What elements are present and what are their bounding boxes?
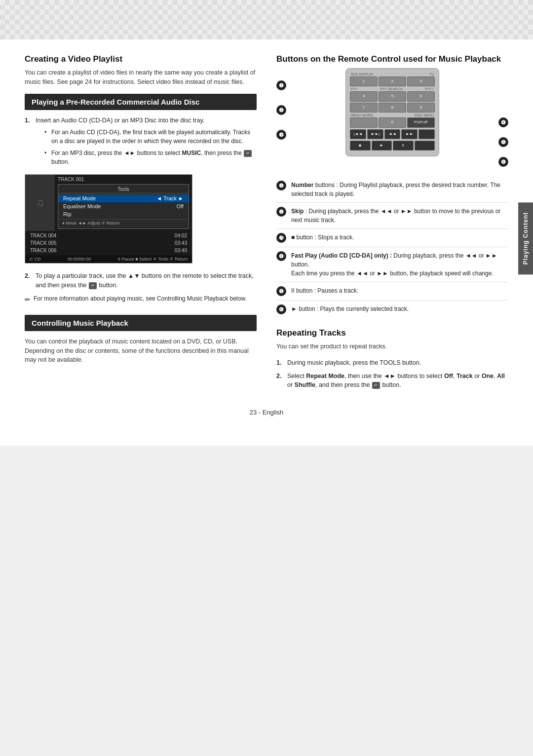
rb-8: 8: [379, 103, 406, 113]
track-list: TRACK 004 04:02 TRACK 005 03:43 TRACK 00…: [25, 231, 192, 255]
label-menu-word: MENU WORD: [351, 113, 373, 117]
callout-desc-3: ❸ ■ button : Stops a track.: [276, 229, 508, 247]
side-tab: Playing Content: [518, 202, 533, 274]
menu-item-equaliser: Equaliser Mode Off: [58, 202, 189, 210]
track-time-2: 03:43: [175, 240, 187, 246]
video-playlist-title: Creating a Video Playlist: [25, 54, 257, 64]
decorative-banner: [0, 0, 533, 39]
menu-val-repeat: ◄ Track ►: [156, 195, 184, 201]
remote-title-text: Buttons on the Remote Control used for M…: [276, 54, 501, 64]
label-rds: RDS DISPLAY: [351, 73, 374, 76]
rb-fwd: ►►: [401, 129, 418, 139]
note-line: ✏ For more information about playing mus…: [25, 294, 257, 305]
callout-text-4: Fast Play (Audio CD [CD-DA] only) : Duri…: [291, 251, 508, 278]
rb-play: ►: [372, 141, 392, 151]
rb-empty2: [415, 141, 435, 151]
callout-circle-4: ❹: [276, 251, 286, 261]
repeating-step2-text: Select Repeat Mode, then use the ◄► butt…: [287, 372, 508, 390]
rb-0: 0: [379, 117, 406, 127]
callout-desc-2: ❷ Skip : During playback, press the ◄◄ o…: [276, 203, 508, 229]
controlling-music-body: You can control the playback of music co…: [25, 337, 257, 365]
menu-item-rip: Rip: [58, 210, 189, 218]
repeating-step1: 1. During music playback, press the TOOL…: [276, 358, 508, 368]
callout-text-6: ► button : Plays the currently selected …: [291, 304, 409, 313]
remote-label-row2: PTY PTY SEARCH PTY+: [350, 87, 435, 91]
section-remote: Buttons on the Remote Control used for M…: [276, 54, 508, 318]
label-disc-menu: DISC MENU: [415, 113, 434, 117]
callout-4: ❹: [498, 117, 508, 127]
rb-popup: POPUP: [407, 117, 435, 127]
track-item-2: TRACK 005 03:43: [28, 239, 189, 247]
track-name: TRACK 001: [58, 177, 189, 182]
rb-prev: |◄◄: [350, 129, 366, 139]
controlling-music-title: Controlling Music Playback: [25, 315, 257, 331]
nav-bar: ♦ Move ◄► Adjust ↺ Return: [58, 219, 189, 227]
video-playlist-body: You can create a playlist of video files…: [25, 68, 257, 87]
label-pty-search: PTY SEARCH: [381, 87, 403, 91]
track-name-2: TRACK 005: [30, 240, 56, 246]
remote-control: RDS DISPLAY TV 1 2 3 PTY PTY SEARCH PTY+: [345, 68, 439, 156]
callout-circle-2: ❷: [276, 207, 286, 217]
tools-menu: Tools Repeat Mode ◄ Track ► Equaliser Mo…: [58, 184, 189, 229]
rb-rew: ◄◄: [384, 129, 401, 139]
track-time-1: 04:02: [175, 233, 187, 238]
note-text: For more information about playing music…: [34, 294, 247, 303]
enter-icon-3: ↵: [372, 382, 380, 389]
step1-content: Insert an Audio CD (CD-DA) or an MP3 Dis…: [36, 116, 257, 170]
track-name-1: TRACK 004: [30, 233, 56, 238]
callout-circle-1: ❶: [276, 181, 286, 190]
remote-label-row3: MENU WORD DISC MENU: [350, 113, 435, 117]
callout-desc-6: ❻ ► button : Plays the currently selecte…: [276, 301, 508, 318]
step-number-1: 1.: [25, 116, 33, 170]
track-name-3: TRACK 006: [30, 248, 56, 253]
menu-label-repeat: Repeat Mode: [63, 195, 96, 201]
remote-label-row-top: RDS DISPLAY TV: [350, 73, 435, 76]
label-tv: TV: [429, 73, 434, 76]
enter-icon-2: ↵: [89, 282, 97, 289]
rb-blank: [350, 117, 378, 127]
enter-icon: ↵: [244, 150, 252, 157]
callout-3: ❸: [276, 130, 286, 140]
album-art: ♫: [25, 175, 55, 231]
rb-pause: II: [393, 141, 414, 151]
remote-transport: |◄◄ ►►| ◄◄ ►►: [350, 129, 435, 139]
callout-desc-1: ❶ Number buttons : During Playlist playb…: [276, 177, 508, 203]
menu-item-repeat: Repeat Mode ◄ Track ►: [58, 194, 189, 202]
bottom-bar: ⊙ CD 00:00/00:00 II Pause ■ Select ✕ Too…: [25, 255, 192, 263]
repeating-steps: 1. During music playback, press the TOOL…: [276, 358, 508, 390]
step-number-2: 2.: [25, 271, 33, 290]
label-pty-plus: PTY+: [425, 87, 434, 91]
left-column: Creating a Video Playlist You can create…: [25, 54, 257, 394]
track-time-3: 03:40: [175, 248, 187, 253]
audio-disc-title: Playing a Pre-Recorded Commercial Audio …: [25, 94, 257, 110]
audio-disc-step1: 1. Insert an Audio CD (CD-DA) or an MP3 …: [25, 116, 257, 170]
rb-2: 2: [379, 76, 406, 86]
page-num-text: 23 - English: [250, 409, 284, 416]
audio-disc-step2: 2. To play a particular track, use the ▲…: [25, 271, 257, 290]
label-pty: PTY: [351, 87, 358, 91]
callout-6: ❻: [498, 157, 508, 167]
callout-desc-4: ❹ Fast Play (Audio CD [CD-DA] only) : Du…: [276, 247, 508, 282]
remote-number-row3: 7 8 9: [350, 103, 435, 113]
step1-text: Insert an Audio CD (CD-DA) or an MP3 Dis…: [36, 117, 204, 124]
callout-circle-6: ❻: [276, 304, 286, 314]
menu-label-eq: Equaliser Mode: [63, 203, 101, 209]
callout-1: ❶: [276, 80, 286, 90]
bullet1: For an Audio CD (CD-DA), the first track…: [44, 128, 257, 146]
callout-desc-5: ❺ II button : Pauses a track.: [276, 282, 508, 301]
bottom-controls: II Pause ■ Select ✕ Tools ↺ Return: [118, 257, 188, 262]
step1-bullets: For an Audio CD (CD-DA), the first track…: [36, 128, 257, 166]
section-audio-disc: Playing a Pre-Recorded Commercial Audio …: [25, 94, 257, 305]
remote-number-row1: 1 2 3: [350, 76, 435, 86]
rb-1: 1: [350, 76, 378, 86]
remote-play-row: ■ ► II: [350, 141, 435, 151]
remote-title: Buttons on the Remote Control used for M…: [276, 54, 508, 64]
menu-label-rip: Rip: [63, 211, 72, 217]
note-icon: ✏: [25, 295, 31, 305]
callout-2: ❷: [276, 105, 286, 115]
right-column: Buttons on the Remote Control used for M…: [276, 54, 508, 394]
bottom-left: ⊙ CD: [29, 257, 41, 262]
step2-text: To play a particular track, use the ▲▼ b…: [36, 271, 257, 290]
section-video-playlist: Creating a Video Playlist You can create…: [25, 54, 257, 87]
rb-9: 9: [407, 103, 435, 113]
